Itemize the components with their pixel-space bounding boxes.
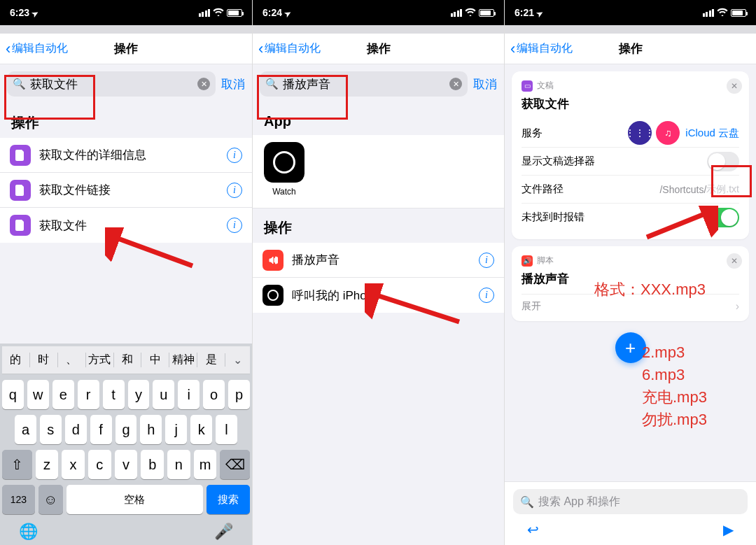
list-item[interactable]: 获取文件的详细信息 i xyxy=(0,138,252,173)
back-button[interactable]: ‹编辑自动化 xyxy=(510,40,573,58)
document-icon xyxy=(10,180,31,201)
key[interactable]: r xyxy=(78,380,99,409)
bottom-search-input[interactable]: 🔍 搜索 App 和操作 xyxy=(513,489,748,514)
key[interactable]: f xyxy=(90,415,112,444)
chevron-left-icon: ‹ xyxy=(510,40,515,58)
list-item[interactable]: 播放声音 i xyxy=(253,243,504,278)
emoji-key[interactable]: ☺ xyxy=(38,485,63,514)
key[interactable]: l xyxy=(216,415,237,444)
phone-1: 6:23 ‹编辑自动化 操作 🔍 获取文件 ✕ 取消 操作 获取文件的详细信息 … xyxy=(0,0,252,545)
backspace-key[interactable]: ⌫ xyxy=(220,450,250,479)
key[interactable]: w xyxy=(27,380,49,409)
sug[interactable]: 和 xyxy=(113,353,141,367)
signal-icon xyxy=(703,9,715,17)
key[interactable]: e xyxy=(52,380,74,409)
bottom-toolbar: ↩ ▶ xyxy=(513,514,748,542)
key[interactable]: o xyxy=(203,380,225,409)
numeric-key[interactable]: 123 xyxy=(2,485,35,514)
key[interactable]: t xyxy=(103,380,125,409)
key[interactable]: b xyxy=(141,450,164,479)
undo-button[interactable]: ↩ xyxy=(527,521,539,538)
status-bar: 6:21 xyxy=(505,0,756,25)
sug[interactable]: 时 xyxy=(29,353,57,367)
key[interactable]: s xyxy=(40,415,62,444)
key[interactable]: x xyxy=(62,450,85,479)
sug[interactable]: 是 xyxy=(197,353,225,367)
annotation-text-list: 2.mp3 6.mp3 充电.mp3 勿扰.mp3 xyxy=(642,341,707,431)
picker-toggle[interactable] xyxy=(707,152,739,171)
row-label: 获取文件的详细信息 xyxy=(39,147,218,163)
service-link[interactable]: iCloud 云盘 xyxy=(685,127,739,140)
key[interactable]: j xyxy=(165,415,187,444)
expand-label: 展开 xyxy=(522,300,541,313)
sug[interactable]: 方式 xyxy=(85,353,113,367)
section-app: App xyxy=(253,104,504,135)
app-grid: Watch xyxy=(253,135,504,208)
play-button[interactable]: ▶ xyxy=(723,521,734,538)
info-icon[interactable]: i xyxy=(479,253,494,268)
shift-key[interactable]: ⇧ xyxy=(2,450,32,479)
keyboard: 的 时 、 方式 和 中 精神 是 ⌄ qwertyuiop asdfghjkl… xyxy=(0,344,252,545)
key[interactable]: g xyxy=(115,415,137,444)
info-icon[interactable]: i xyxy=(227,148,242,163)
card-title: 获取文件 xyxy=(522,96,739,112)
sug[interactable]: 精神 xyxy=(169,353,197,367)
card-header: 🔊 脚本 xyxy=(522,255,739,267)
sug[interactable]: 的 xyxy=(2,353,29,367)
sug[interactable]: 、 xyxy=(57,353,85,367)
back-button[interactable]: ‹编辑自动化 xyxy=(6,40,68,58)
row-label: 获取文件 xyxy=(39,218,218,234)
status-time: 6:23 xyxy=(10,7,29,18)
clear-icon[interactable]: ✕ xyxy=(197,78,210,90)
key[interactable]: z xyxy=(36,450,59,479)
key[interactable]: d xyxy=(65,415,87,444)
key[interactable]: m xyxy=(194,450,217,479)
row-service[interactable]: 服务 ⋮⋮⋮ ♫ iCloud 云盘 xyxy=(522,119,739,147)
list-item[interactable]: 获取文件链接 i xyxy=(0,173,252,208)
key[interactable]: i xyxy=(178,380,200,409)
info-icon[interactable]: i xyxy=(227,183,242,198)
add-action-button[interactable]: + xyxy=(615,332,646,363)
chevron-left-icon: ‹ xyxy=(6,40,10,58)
key[interactable]: h xyxy=(140,415,162,444)
key[interactable]: n xyxy=(167,450,190,479)
key[interactable]: q xyxy=(2,380,24,409)
search-key[interactable]: 搜索 xyxy=(206,485,250,514)
key[interactable]: v xyxy=(115,450,138,479)
keyboard-row: 123 ☺ 空格 搜索 xyxy=(2,485,250,514)
workflow-body: ✕ ▭ 文稿 获取文件 服务 ⋮⋮⋮ ♫ iCloud 云盘 显示文稿选择器 文… xyxy=(505,64,756,370)
space-key[interactable]: 空格 xyxy=(66,485,203,514)
app-tile-watch[interactable]: Watch xyxy=(264,142,304,197)
clear-icon[interactable]: ✕ xyxy=(449,78,462,90)
list-item[interactable]: 呼叫我的 iPhone i xyxy=(253,278,504,313)
key[interactable]: k xyxy=(190,415,212,444)
key[interactable]: u xyxy=(153,380,174,409)
cancel-button[interactable]: 取消 xyxy=(221,76,245,92)
close-icon[interactable]: ✕ xyxy=(727,78,742,94)
keyboard-bottom: 🌐 🎤 xyxy=(2,520,250,541)
search-input[interactable]: 🔍 获取文件 ✕ xyxy=(7,71,216,97)
cancel-button[interactable]: 取消 xyxy=(473,76,497,92)
key[interactable]: y xyxy=(128,380,150,409)
chevron-down-icon[interactable]: ⌄ xyxy=(225,353,250,367)
sug[interactable]: 中 xyxy=(141,353,169,367)
row-picker: 显示文稿选择器 xyxy=(522,147,739,175)
row-label: 文件路径 xyxy=(522,183,659,196)
section-actions: 操作 xyxy=(0,104,252,138)
close-icon[interactable]: ✕ xyxy=(727,253,742,269)
row-path[interactable]: 文件路径 /Shortcuts/示例.txt xyxy=(522,175,739,203)
back-button[interactable]: ‹编辑自动化 xyxy=(258,40,321,58)
mic-icon[interactable]: 🎤 xyxy=(214,523,233,541)
info-icon[interactable]: i xyxy=(479,288,494,303)
info-icon[interactable]: i xyxy=(227,218,242,233)
search-input[interactable]: 🔍 播放声音 ✕ xyxy=(260,71,468,97)
results-list: 播放声音 i 呼叫我的 iPhone i xyxy=(253,243,504,313)
row-error: 未找到时报错 xyxy=(522,203,739,231)
list-item[interactable]: 获取文件 i xyxy=(0,208,252,243)
phone-2: 6:24 ‹编辑自动化 操作 🔍 播放声音 ✕ 取消 App Watch 操作 … xyxy=(252,0,504,545)
key[interactable]: p xyxy=(228,380,250,409)
globe-icon[interactable]: 🌐 xyxy=(19,523,38,541)
key[interactable]: a xyxy=(15,415,36,444)
error-toggle[interactable] xyxy=(707,208,739,227)
key[interactable]: c xyxy=(88,450,111,479)
